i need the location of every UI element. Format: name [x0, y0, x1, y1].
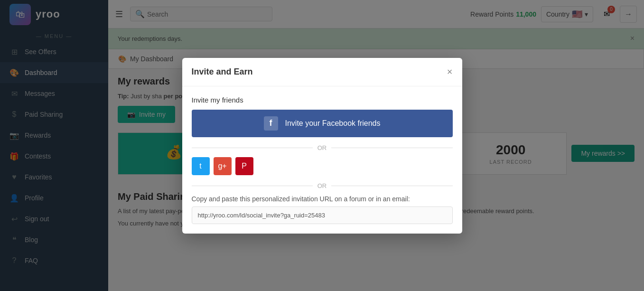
invite-section-label: Invite my friends: [192, 96, 453, 104]
facebook-invite-button[interactable]: f Invite your Facebook friends: [192, 110, 453, 137]
social-icons-row: t g+ P: [192, 157, 453, 175]
google-share-button[interactable]: g+: [214, 157, 232, 175]
google-icon: g+: [218, 162, 226, 170]
modal-close-button[interactable]: ×: [447, 66, 453, 77]
or-divider-2: OR: [192, 182, 453, 189]
pinterest-icon: P: [242, 162, 247, 170]
or-text-1: OR: [317, 144, 327, 151]
twitter-icon: t: [199, 162, 201, 170]
or-text-2: OR: [317, 182, 327, 189]
url-label: Copy and paste this personalized invitat…: [192, 195, 453, 203]
modal-body: Invite my friends f Invite your Facebook…: [182, 86, 462, 234]
invite-url-input[interactable]: [192, 207, 453, 224]
invite-modal: Invite and Earn × Invite my friends f In…: [182, 58, 462, 234]
facebook-icon: f: [264, 116, 278, 131]
modal-overlay[interactable]: Invite and Earn × Invite my friends f In…: [0, 0, 644, 291]
fb-btn-label: Invite your Facebook friends: [285, 119, 381, 128]
or-divider-1: OR: [192, 144, 453, 151]
twitter-share-button[interactable]: t: [192, 157, 210, 175]
modal-title: Invite and Earn: [192, 67, 253, 77]
pinterest-share-button[interactable]: P: [235, 157, 253, 175]
modal-header: Invite and Earn ×: [182, 58, 462, 86]
